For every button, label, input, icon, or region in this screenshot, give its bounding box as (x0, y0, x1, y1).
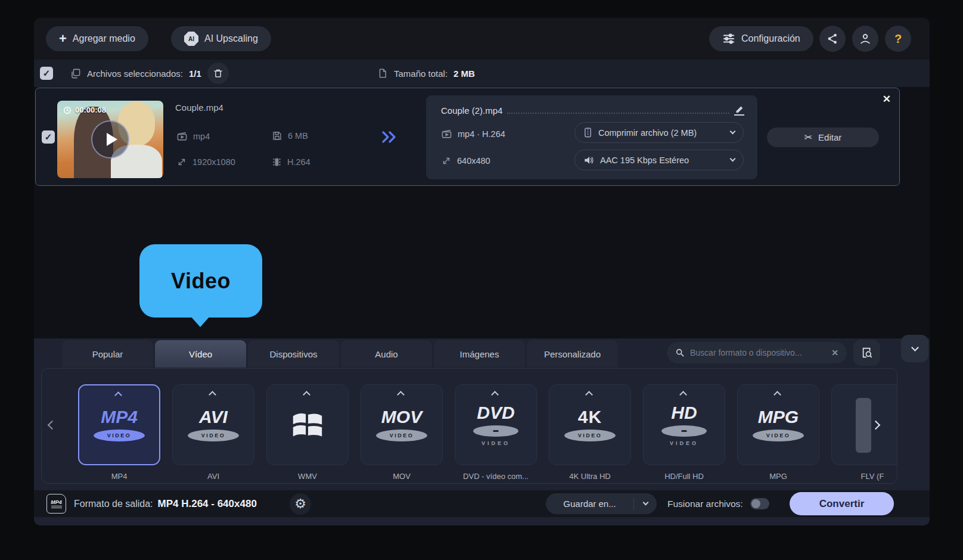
duration-chip: 00:00:08 (63, 105, 106, 114)
document-icon (377, 68, 388, 79)
chevron-down-icon (730, 129, 736, 135)
remove-file-button[interactable]: ✕ (883, 93, 891, 105)
output-resolution: 640x480 (457, 156, 490, 166)
format-card-4k[interactable]: 4K VIDEO (549, 384, 631, 465)
video-badge: VIDEO (188, 430, 239, 441)
play-button[interactable] (91, 120, 129, 158)
source-format: mp4 (193, 132, 210, 141)
merge-files-toggle[interactable] (750, 498, 769, 509)
add-media-button[interactable]: + Agregar medio (46, 26, 148, 51)
chevron-down-icon (730, 156, 736, 162)
chevron-up-icon (397, 391, 405, 399)
delete-files-button[interactable] (207, 63, 229, 84)
disc-shape (661, 425, 707, 437)
avi-logo: AVI (199, 408, 228, 426)
chevron-up-icon (303, 391, 310, 399)
tab-video[interactable]: Vídeo (155, 340, 246, 368)
chevron-up-icon (209, 391, 216, 399)
ai-upscaling-button[interactable]: AI AI Upscaling (171, 26, 271, 51)
format-label: HD/Full HD (643, 472, 725, 481)
film-icon (441, 128, 452, 139)
audio-dropdown[interactable]: AAC 195 Kbps Estéreo (574, 150, 744, 170)
format-label: MPG (737, 472, 819, 481)
format-card-hd[interactable]: HD VIDEO (643, 384, 725, 465)
trash-icon (213, 68, 223, 79)
video-tooltip: Video (139, 244, 262, 318)
source-file-name: Couple.mp4 (175, 102, 223, 113)
filmstrip-icon (272, 157, 282, 167)
source-codec: H.264 (287, 157, 310, 167)
account-button[interactable] (852, 26, 878, 52)
output-format: mp4 · H.264 (458, 129, 505, 139)
format-label: MOV (361, 472, 443, 481)
share-button[interactable] (819, 26, 846, 52)
share-icon (826, 32, 839, 45)
clock-icon (63, 106, 72, 114)
convert-button[interactable]: Convertir (790, 492, 894, 515)
files-selected-value: 1/1 (189, 69, 201, 79)
settings-button[interactable]: Configuración (709, 26, 813, 51)
gear-icon: ⚙ (294, 496, 306, 512)
video-badge: VIDEO (564, 430, 616, 441)
chevron-right-icon (871, 421, 881, 430)
save-to-button[interactable]: Guardar en... (546, 493, 657, 514)
file-row: ✓ 00:00:08 Couple.mp4 mp4 6 MB (35, 88, 900, 186)
tooltip-pointer (191, 316, 210, 327)
select-all-checkbox[interactable]: ✓ (40, 67, 53, 80)
4k-logo: 4K (578, 408, 602, 426)
app-window: + Agregar medio AI AI Upscaling Configur… (34, 18, 930, 525)
video-badge: VIDEO (482, 440, 510, 446)
format-card-mp4[interactable]: MP4 VIDEO (78, 384, 160, 465)
mp4-logo: MP4 (101, 408, 138, 426)
total-size-value: 2 MB (453, 69, 475, 79)
chevron-up-icon (679, 391, 687, 399)
help-button[interactable]: ? (885, 26, 911, 52)
search-input[interactable] (690, 348, 826, 357)
tab-popular[interactable]: Popular (62, 340, 153, 368)
document-search-icon (861, 346, 874, 359)
format-card-flv[interactable] (831, 384, 897, 465)
format-search: ✕ (667, 342, 847, 363)
edit-button[interactable]: ✂ Editar (767, 127, 879, 147)
category-tabs: Popular Vídeo Dispositivos Audio Imágene… (62, 340, 618, 368)
video-badge: VIDEO (670, 440, 698, 446)
files-stack-icon (70, 68, 81, 79)
mov-logo: MOV (381, 408, 422, 426)
files-selected-label: Archivos seleccionados: (87, 69, 183, 79)
tab-imagenes[interactable]: Imágenes (434, 340, 525, 368)
selection-bar: ✓ Archivos seleccionados: 1/1 Tamaño t (34, 60, 930, 87)
format-card-dvd[interactable]: DVD VIDEO (455, 384, 537, 465)
format-label: DVD - vídeo com... (455, 472, 537, 481)
chevron-up-icon (585, 391, 593, 399)
tab-dispositivos[interactable]: Dispositivos (248, 340, 339, 368)
resolution-icon (176, 157, 187, 167)
toggle-knob (751, 499, 760, 508)
compress-dropdown[interactable]: Comprimir archivo (2 MB) (574, 122, 744, 143)
rename-button[interactable] (734, 105, 744, 116)
video-thumbnail[interactable]: 00:00:08 (57, 101, 163, 178)
total-size-label: Tamaño total: (394, 69, 448, 79)
tab-audio[interactable]: Audio (341, 340, 432, 368)
format-card-mov[interactable]: MOV VIDEO (361, 384, 443, 465)
format-card-wmv[interactable] (266, 384, 349, 465)
video-badge: VIDEO (94, 430, 145, 441)
output-format-value: MP4 H.264 - 640x480 (158, 498, 257, 510)
output-format-label: Formato de salida: (74, 499, 153, 509)
output-settings-button[interactable]: ⚙ (290, 493, 311, 515)
collapse-panel-button[interactable] (901, 335, 928, 362)
duration-value: 00:00:08 (75, 105, 106, 114)
settings-label: Configuración (741, 33, 800, 44)
clear-search-button[interactable]: ✕ (831, 348, 838, 357)
format-label: FLV (F (831, 472, 897, 481)
format-card-mpg[interactable]: MPG VIDEO (737, 384, 819, 465)
tab-personalizado[interactable]: Personalizado (527, 340, 618, 368)
file-checkbox[interactable]: ✓ (42, 130, 55, 144)
scroll-right-button[interactable] (872, 420, 879, 431)
chevron-up-icon (491, 391, 499, 399)
scroll-left-button[interactable] (49, 420, 55, 431)
preview-search-button[interactable] (853, 340, 880, 366)
output-bar: MP4 Formato de salida: MP4 H.264 - 640x4… (34, 490, 930, 517)
save-to-dropdown[interactable] (634, 503, 657, 505)
format-card-avi[interactable]: AVI VIDEO (172, 384, 254, 465)
output-settings-panel: Couple (2).mp4 mp4 · H.264 Comprimir (426, 95, 757, 179)
